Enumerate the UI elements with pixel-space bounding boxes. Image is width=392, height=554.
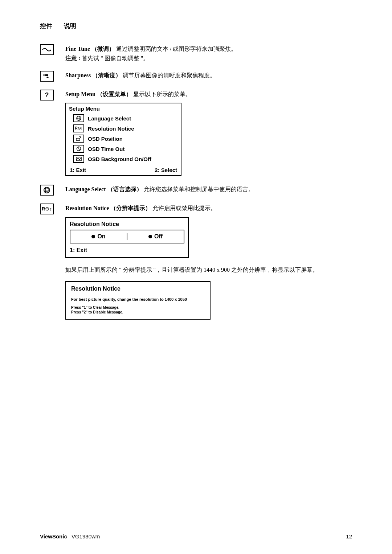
lang-desc: 允许您选择菜单和控制屏幕中使用的语言。: [144, 186, 254, 192]
page-number: 12: [346, 533, 352, 539]
popup-l2: Press "2" to Disable Message.: [71, 310, 205, 315]
res-desc: 允许启用或禁用此提示。: [152, 205, 216, 211]
menu-item: OSD Time Out: [66, 144, 181, 154]
res-box-title: Resolution Notice: [66, 218, 188, 230]
popup-title: Resolution Notice: [71, 286, 205, 292]
res-title: Resolution Notice: [65, 205, 109, 211]
sharpness-icon: [40, 71, 54, 82]
fine-tune-title-cn: （微调）: [91, 46, 115, 52]
svg-line-8: [79, 149, 80, 149]
fine-tune-desc: 通过调整明亮的文本 / 或图形字符来加强聚焦。: [116, 46, 237, 52]
setup-title: Setup Menu: [65, 91, 95, 97]
radio-dot-icon: [91, 235, 95, 238]
res-inner: On Off: [70, 230, 184, 243]
setup-title-cn: （设置菜单）: [97, 91, 132, 97]
res-exit: 1: Exit: [66, 243, 188, 257]
globe-icon: [40, 185, 54, 196]
setup-menu-box: Setup Menu Language Select R⦵↕ Resolutio…: [65, 103, 181, 176]
menu-item: Language Select: [66, 113, 181, 123]
radio-dot-icon: [148, 235, 152, 238]
icon-col: ?: [40, 90, 65, 100]
menu-label: OSD Position: [88, 136, 123, 142]
position-icon: [73, 135, 84, 143]
menu-box-title: Setup Menu: [66, 103, 181, 113]
menu-label: OSD Background On/Off: [88, 156, 151, 162]
background-icon: [73, 155, 84, 163]
svg-rect-1: [45, 74, 48, 76]
table-header: 控件 说明: [40, 22, 352, 30]
res-title-cn: （分辨率提示）: [110, 205, 151, 211]
globe-icon: [73, 114, 84, 122]
text-col: Fine Tune （微调） 通过调整明亮的文本 / 或图形字符来加强聚焦。 注…: [65, 44, 352, 63]
fine-tune-icon: [40, 44, 54, 55]
menu-item: OSD Position: [66, 134, 181, 144]
setup-desc: 显示以下所示的菜单。: [133, 91, 191, 97]
text-col: Language Select （语言选择） 允许您选择菜单和控制屏幕中使用的语…: [65, 185, 352, 194]
note-label: 注意 :: [65, 55, 80, 61]
res-off-option: Off: [127, 233, 184, 240]
res-off-label: Off: [154, 233, 163, 240]
page-footer: ViewSonic VG1930wm 12: [40, 533, 352, 539]
menu-exit: 1: Exit: [70, 167, 86, 173]
clock-icon: [73, 145, 84, 153]
note-text: 首先试 " 图像自动调整 "。: [82, 55, 149, 61]
text-col: Setup Menu （设置菜单） 显示以下所示的菜单。: [65, 90, 352, 99]
menu-footer: 1: Exit 2: Select: [66, 165, 181, 175]
model: VG1930wm: [72, 533, 100, 539]
sharpness-title: Sharpness: [65, 72, 91, 78]
menu-item: OSD Background On/Off: [66, 154, 181, 164]
resolution-icon: R⦵↕: [73, 124, 84, 132]
menu-label: Resolution Notice: [88, 126, 134, 132]
res-on-option: On: [70, 233, 127, 240]
svg-rect-5: [76, 138, 80, 140]
question-icon: ?: [40, 90, 54, 100]
sharpness-title-cn: （清晰度）: [92, 72, 121, 78]
col-control: 控件: [40, 22, 52, 30]
popup-line: For best picture quality, change the res…: [71, 297, 205, 301]
icon-col: [40, 44, 65, 55]
resolution-notice-popup: Resolution Notice For best picture quali…: [65, 281, 211, 320]
icon-col: [40, 71, 65, 82]
popup-l1: Press "1" to Clear Message.: [71, 305, 205, 310]
resolution-icon: R⦵↕: [40, 204, 54, 214]
svg-rect-0: [43, 74, 45, 76]
text-col: Resolution Notice （分辨率提示） 允许启用或禁用此提示。: [65, 204, 352, 213]
icon-col: R⦵↕: [40, 204, 65, 214]
entry-fine-tune: Fine Tune （微调） 通过调整明亮的文本 / 或图形字符来加强聚焦。 注…: [40, 44, 352, 63]
entry-sharpness: Sharpness （清晰度） 调节屏幕图像的清晰度和聚焦程度。: [40, 71, 352, 82]
divider: [40, 34, 352, 34]
menu-item: R⦵↕ Resolution Notice: [66, 123, 181, 134]
menu-label: Language Select: [88, 115, 131, 122]
res-on-label: On: [97, 233, 105, 240]
brand: ViewSonic: [40, 533, 67, 539]
lang-title: Language Select: [65, 186, 106, 192]
entry-resolution-notice: R⦵↕ Resolution Notice （分辨率提示） 允许启用或禁用此提示…: [40, 204, 352, 214]
sharpness-desc: 调节屏幕图像的清晰度和聚焦程度。: [123, 72, 216, 78]
text-col: Sharpness （清晰度） 调节屏幕图像的清晰度和聚焦程度。: [65, 71, 352, 80]
res-para: 如果启用上面所示的 " 分辨率提示 "，且计算器设置为 1440 x 900 之…: [65, 265, 352, 275]
entry-setup-menu: ? Setup Menu （设置菜单） 显示以下所示的菜单。: [40, 90, 352, 100]
fine-tune-title: Fine Tune: [65, 46, 90, 52]
footer-left: ViewSonic VG1930wm: [40, 533, 100, 539]
entry-language-select: Language Select （语言选择） 允许您选择菜单和控制屏幕中使用的语…: [40, 185, 352, 196]
resolution-notice-box: Resolution Notice On Off 1: Exit: [65, 217, 189, 258]
lang-title-cn: （语言选择）: [107, 186, 142, 192]
col-description: 说明: [64, 22, 76, 30]
menu-label: OSD Time Out: [88, 146, 124, 152]
icon-col: [40, 185, 65, 196]
menu-select: 2: Select: [155, 167, 177, 173]
